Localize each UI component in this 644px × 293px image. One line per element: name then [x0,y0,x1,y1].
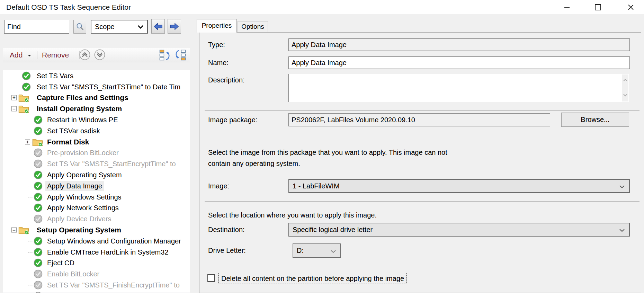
tree-item[interactable]: Restart in Windows PE [3,114,190,125]
tree-item-label: Set TS Var "SMSTS_StartTSTime" to Date T… [35,82,182,92]
add-caret-icon[interactable] [28,55,31,58]
task-sequence-tree: Set TS Vars Set TS Var "SMSTS_StartTSTim… [3,70,190,293]
image-label: Image: [208,179,229,193]
delete-content-checkbox-label[interactable]: Delete all content on the partition befo… [218,273,407,284]
tree-item[interactable]: Set TS Vars [3,70,190,81]
tree-item-label: Setup Operating System [35,225,123,235]
reorder-up-icon[interactable] [159,50,171,61]
tree-item[interactable]: Enable BitLocker [3,268,190,279]
tree-item-label: Pre-provision BitLocker [45,148,120,158]
drive-letter-dropdown[interactable]: D: [293,243,341,258]
tree-item-label: Setup Windows and Configuration Manager [45,236,183,246]
browse-button[interactable]: Browse... [561,113,629,127]
magnifier-icon [76,23,84,31]
search-button[interactable] [73,20,86,34]
tree-item-label: Capture Files and Settings [35,92,130,103]
tree-item-label: Eject CD [45,258,76,268]
scroll-up-icon[interactable] [623,79,628,82]
properties-page: Type: Apply Data Image Name: Apply Data … [199,32,641,293]
tree-item[interactable]: Eject CD [3,258,190,269]
minimize-button[interactable] [558,0,575,14]
tree-item[interactable]: + Format Disk [3,136,190,148]
toolbar-separator [37,51,37,59]
tree-item-label: Restart in Windows PE [45,115,120,125]
tree-item-label: Set TS Var "SMSTS_FinishEncryptTime" to [45,280,181,290]
tree-item[interactable]: − Install Operating System [3,103,190,114]
name-field[interactable]: Apply Data Image [288,56,630,69]
check-enabled-icon [22,71,31,80]
destination-dropdown[interactable]: Specific logical drive letter [288,223,630,237]
description-field[interactable] [288,74,629,102]
tree-item[interactable]: Apply Network Settings [3,203,190,214]
package-help-text: Select the image from this package that … [208,147,447,158]
expander-icon[interactable]: − [11,228,17,233]
titlebar: Default OSD TS Task Sequence Editor [0,0,644,14]
move-step-up-button[interactable] [79,49,91,61]
scroll-down-icon[interactable] [623,94,628,97]
minimize-icon [564,7,570,8]
folder-group-icon [32,137,43,146]
tree-item[interactable]: Apply Device Drivers [3,213,190,224]
tree-item[interactable]: Apply Windows Settings [3,192,190,203]
tree-item[interactable]: − Setup Operating System [3,224,190,236]
tab-options[interactable]: Options [238,21,268,32]
move-step-down-button[interactable] [94,49,106,61]
reorder-down-icon[interactable] [174,50,186,61]
add-button[interactable]: Add [10,48,23,62]
check-disabled-icon [34,281,43,290]
name-label: Name: [208,56,229,69]
type-label: Type: [208,38,225,51]
tree-item[interactable]: Setup Windows and Configuration Manager [3,236,190,247]
tree-item-label: Enable CMTrace HardLink in System32 [45,247,170,257]
tree-item[interactable]: Set TSVar osdisk [3,125,190,136]
folder-group-icon [18,225,29,234]
chevron-down-icon [137,25,144,29]
drive-letter-value: D: [297,244,304,257]
tree-item[interactable]: Set TS Var "SMSTS_StartEncryptTime" to [3,158,190,169]
maximize-icon [595,4,601,10]
tree-item[interactable]: Pre-provision BitLocker [3,148,190,159]
scope-dropdown[interactable]: Scope [91,20,148,34]
remove-button[interactable]: Remove [42,48,69,62]
folder-group-icon [18,104,29,113]
destination-value: Specific logical drive letter [293,223,373,236]
tree-item[interactable]: Set TS Var "SMSTS_StartTSTime" to Date T… [3,81,190,92]
tree-item-label: Apply Device Drivers [45,214,113,224]
navigate-back-button[interactable] [151,19,165,34]
tree-item[interactable]: Apply Data Image [3,180,190,192]
tree-item[interactable]: Enable CMTrace HardLink in System32 [3,247,190,258]
tree-item[interactable] [3,291,190,293]
description-label: Description: [208,74,245,86]
check-enabled-icon [34,115,43,124]
tree-item-label: Install Operating System [35,104,124,114]
tree-item[interactable]: Apply Operating System [3,169,190,180]
close-button[interactable] [622,0,639,14]
expander-icon[interactable]: − [11,106,17,112]
navigate-forward-button[interactable] [168,19,181,34]
check-enabled-icon [34,170,43,179]
tree-item-label: Apply Data Image [45,181,104,191]
maximize-button[interactable] [589,0,607,14]
tree-item[interactable]: + Capture Files and Settings [3,92,190,104]
expander-icon[interactable]: + [25,139,30,144]
expander-icon[interactable]: + [11,95,17,100]
tree-item[interactable]: Set TS Var "SMSTS_FinishEncryptTime" to [3,279,190,291]
folder-group-icon [18,93,29,102]
check-disabled-icon [34,159,43,168]
description-scrollbar[interactable] [622,74,628,101]
tab-properties[interactable]: Properties [197,19,237,33]
separator [205,110,639,111]
window-title: Default OSD TS Task Sequence Editor [6,0,131,14]
tree-item-label: Enable BitLocker [45,269,101,279]
check-enabled-icon [34,181,43,190]
forward-arrow-icon [170,23,179,30]
find-input[interactable] [4,20,69,34]
task-sequence-editor-window: Default OSD TS Task Sequence Editor Scop… [0,0,644,293]
check-enabled-icon [34,248,43,257]
destination-label: Destination: [208,223,245,237]
image-dropdown[interactable]: 1 - LabFileWIM [288,179,630,193]
delete-content-checkbox[interactable] [207,274,215,282]
image-package-label: Image package: [208,113,257,126]
package-help-text: contain any operating system. [208,158,300,169]
tree-item-label: Apply Operating System [45,170,124,180]
